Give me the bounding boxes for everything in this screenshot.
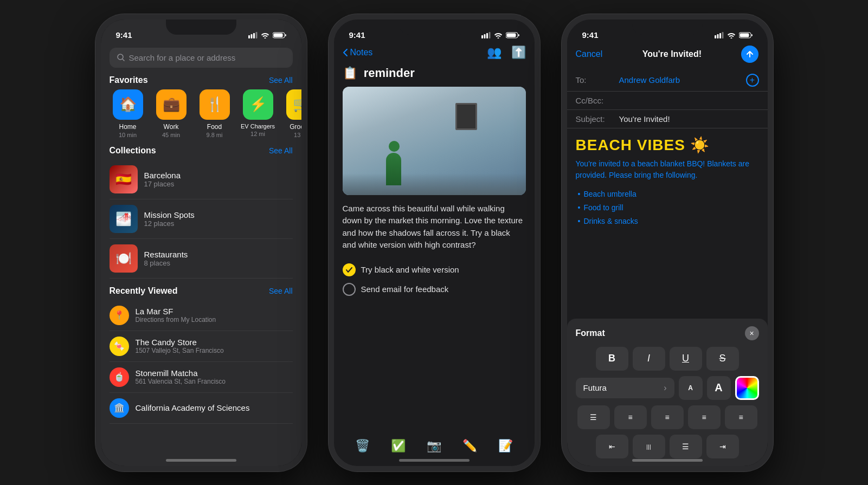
- collection-barcelona-thumb: [110, 165, 138, 193]
- bullet-3: •: [578, 215, 581, 228]
- mail-invite-text: You're invited to a beach blanket BBQ! B…: [576, 158, 759, 181]
- notes-camera-btn[interactable]: 📷: [427, 439, 441, 453]
- recent-stonemill-name: Stonemill Matcha: [136, 368, 226, 378]
- format-underline-btn[interactable]: U: [670, 347, 702, 371]
- fav-home[interactable]: 🏠 Home 10 min: [110, 89, 146, 138]
- fav-grocery-label: Grocery: [290, 123, 301, 131]
- signal-icon-2: [481, 32, 491, 38]
- home-indicator-1: [166, 459, 236, 462]
- format-strike-btn[interactable]: S: [706, 347, 739, 371]
- back-chevron-icon: [343, 48, 348, 57]
- check-circle-2: [343, 283, 356, 296]
- notes-title: 📋 reminder: [334, 64, 535, 87]
- mail-to-value[interactable]: Andrew Goldfarb: [619, 75, 746, 85]
- format-bold-btn[interactable]: B: [596, 347, 628, 371]
- svg-rect-11: [488, 32, 490, 38]
- notes-share-icon[interactable]: ⬆️: [511, 46, 526, 60]
- svg-rect-2: [253, 33, 255, 38]
- collection-barcelona-info: Barcelona 17 places: [144, 171, 181, 188]
- mail-list: • Beach umbrella • Food to grill • Drink…: [576, 187, 759, 229]
- recent-stonemill-icon: 🍵: [110, 367, 129, 387]
- maps-search-bar[interactable]: Search for a place or address: [110, 48, 293, 68]
- scene: 9:41: [85, 3, 784, 482]
- notes-compose-btn[interactable]: 📝: [498, 439, 513, 453]
- collection-mission-sub: 12 places: [144, 219, 195, 228]
- mail-subject-value[interactable]: You're Invited!: [619, 114, 670, 124]
- notes-delete-btn[interactable]: 🗑️: [355, 439, 370, 453]
- recent-candy[interactable]: 🍬 The Candy Store 1507 Vallejo St, San F…: [110, 331, 293, 362]
- recently-see-all[interactable]: See All: [269, 287, 293, 295]
- wifi-icon-3: [727, 32, 736, 38]
- recent-candy-sub: 1507 Vallejo St, San Francisco: [136, 347, 224, 354]
- thumb-mission-art: [110, 205, 138, 233]
- fav-home-sub: 10 min: [119, 132, 137, 138]
- mail-cancel-btn[interactable]: Cancel: [576, 49, 603, 59]
- favorites-row: 🏠 Home 10 min 💼 Work 45 min 🍴 Food 9.8 m…: [101, 89, 301, 138]
- status-bar-mail: 9:41: [567, 20, 768, 43]
- mail-cc-field[interactable]: Cc/Bcc:: [567, 92, 768, 110]
- recent-cas-name: California Academy of Sciences: [136, 403, 250, 412]
- check-label-2: Send email for feedback: [361, 284, 449, 294]
- notes-markup-btn[interactable]: ✏️: [462, 439, 477, 453]
- align-list-btn[interactable]: ☰: [577, 405, 610, 429]
- font-size-small-btn[interactable]: A: [679, 376, 703, 400]
- check-item-1[interactable]: Try black and white version: [343, 260, 526, 280]
- indent-list-btn[interactable]: ☰: [670, 435, 702, 458]
- status-icons-notes: [481, 32, 519, 38]
- phone-mail: 9:41: [562, 14, 773, 471]
- search-placeholder: Search for a place or address: [129, 53, 236, 62]
- notes-body-text: Came across this beautiful wall while wa…: [343, 204, 523, 250]
- fav-ev-icon: ⚡: [243, 89, 273, 120]
- recent-lamar[interactable]: 📍 La Mar SF Directions from My Location: [110, 300, 293, 331]
- collection-restaurants-thumb: [110, 244, 138, 273]
- notes-back-btn[interactable]: Notes: [343, 48, 373, 57]
- collection-restaurants[interactable]: Restaurants 8 places: [110, 239, 293, 279]
- svg-rect-16: [719, 33, 721, 38]
- align-justify-btn[interactable]: ≡: [725, 405, 757, 429]
- font-size-large-btn[interactable]: A: [707, 376, 731, 400]
- collection-mission[interactable]: Mission Spots 12 places: [110, 199, 293, 239]
- fav-work[interactable]: 💼 Work 45 min: [153, 89, 190, 138]
- recent-cas[interactable]: 🏛️ California Academy of Sciences: [110, 393, 293, 424]
- indent-left-btn[interactable]: ⇤: [596, 435, 628, 458]
- status-time-notes: 9:41: [349, 30, 365, 40]
- notes-check-btn[interactable]: ✅: [391, 439, 406, 453]
- note-title-text: reminder: [364, 66, 415, 80]
- bullet-2: •: [578, 201, 581, 215]
- font-selector[interactable]: Futura ›: [576, 378, 674, 398]
- format-italic-btn[interactable]: I: [633, 347, 665, 371]
- align-right-btn[interactable]: ≡: [688, 405, 721, 429]
- recent-cas-info: California Academy of Sciences: [136, 403, 250, 412]
- fav-grocery[interactable]: 🛒 Grocery 13 mi: [283, 89, 301, 138]
- collection-restaurants-info: Restaurants 8 places: [144, 250, 188, 267]
- indent-cols-btn[interactable]: ⫼: [633, 435, 665, 458]
- mail-body[interactable]: BEACH VIBES ☀️ You're invited to a beach…: [567, 128, 768, 236]
- collection-restaurants-sub: 8 places: [144, 259, 188, 267]
- recent-stonemill[interactable]: 🍵 Stonemill Matcha 561 Valencia St, San …: [110, 362, 293, 393]
- indent-right-btn[interactable]: ⇥: [706, 435, 739, 458]
- favorites-see-all[interactable]: See All: [269, 76, 293, 85]
- align-center-btn[interactable]: ≡: [651, 405, 684, 429]
- collections-see-all[interactable]: See All: [269, 146, 293, 155]
- format-close-btn[interactable]: ×: [745, 326, 759, 340]
- notes-people-icon[interactable]: 👥: [487, 46, 501, 60]
- font-color-btn[interactable]: [735, 376, 759, 400]
- checkmark-icon: [346, 267, 352, 273]
- recently-list: 📍 La Mar SF Directions from My Location …: [101, 300, 301, 424]
- mail-send-btn[interactable]: [741, 46, 758, 63]
- svg-rect-8: [481, 35, 483, 38]
- mail-add-recipient-btn[interactable]: +: [746, 74, 759, 87]
- recent-candy-info: The Candy Store 1507 Vallejo St, San Fra…: [136, 338, 224, 354]
- collection-barcelona[interactable]: Barcelona 17 places: [110, 160, 293, 199]
- mail-header-title: You're Invited!: [642, 49, 702, 59]
- svg-rect-19: [740, 33, 749, 37]
- wifi-icon-2: [494, 32, 503, 38]
- fav-ev[interactable]: ⚡ EV Chargers 12 mi: [240, 89, 277, 138]
- fav-food[interactable]: 🍴 Food 9.8 mi: [196, 89, 233, 138]
- check-item-2[interactable]: Send email for feedback: [343, 280, 526, 299]
- align-numlist-btn[interactable]: ≡: [614, 405, 647, 429]
- search-icon: [117, 54, 125, 61]
- battery-icon: [273, 32, 286, 38]
- status-time-mail: 9:41: [582, 30, 599, 40]
- fav-work-label: Work: [164, 123, 179, 131]
